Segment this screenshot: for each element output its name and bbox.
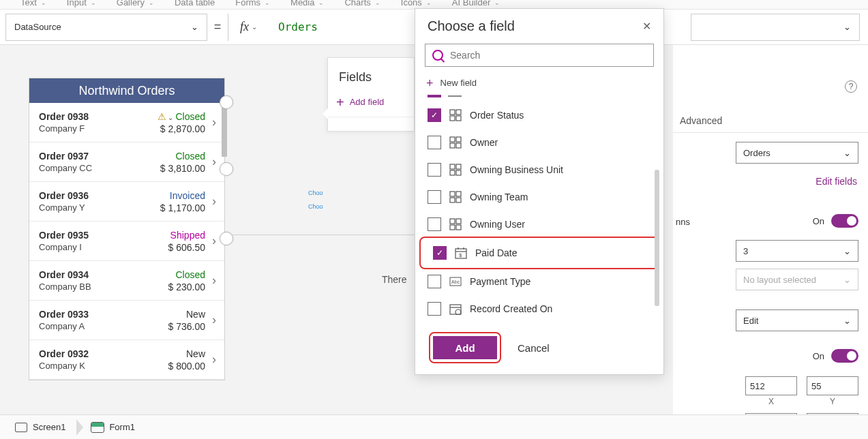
order-id: Order 0935 xyxy=(39,230,145,241)
order-row[interactable]: Order 0935 Company I Shipped $ 606.50 › xyxy=(29,222,224,261)
cancel-button[interactable]: Cancel xyxy=(518,342,550,354)
field-type-icon xyxy=(449,218,462,230)
field-item[interactable]: ✓ $ Paid Date xyxy=(421,239,658,267)
svg-rect-11 xyxy=(450,170,455,175)
new-field-button[interactable]: + New field xyxy=(415,74,663,93)
add-button[interactable]: Add xyxy=(433,336,497,359)
ribbon-text[interactable]: Text⌄ xyxy=(20,0,46,9)
columns-count-dropdown[interactable]: 3⌄ xyxy=(736,240,858,262)
property-selector[interactable]: DataSource ⌄ xyxy=(5,14,207,41)
field-checkbox[interactable]: ✓ xyxy=(433,246,447,260)
position-x-input[interactable]: 512 xyxy=(745,376,797,395)
order-row[interactable]: Order 0938 Company F ⚠⌄ Closed $ 2,870.0… xyxy=(29,103,224,142)
order-id: Order 0932 xyxy=(39,348,145,359)
canvas-placeholder-text: ChooChoo xyxy=(308,190,323,210)
breadcrumb-screen[interactable]: Screen1 xyxy=(10,415,76,440)
snap-columns-toggle[interactable] xyxy=(831,214,858,228)
new-field-label: New field xyxy=(440,78,477,88)
position-y-input[interactable]: 55 xyxy=(807,376,858,395)
add-field-button[interactable]: + Add field xyxy=(328,93,414,117)
order-amount: $ 3,810.00 xyxy=(145,163,205,174)
search-input[interactable] xyxy=(450,50,646,61)
order-row[interactable]: Order 0936 Company Y Invoiced $ 1,170.00… xyxy=(29,182,224,222)
gallery-scrollbar[interactable] xyxy=(222,102,227,157)
properties-panel: Advanced Orders ⌄ Edit fields nns On 3⌄ … xyxy=(673,45,868,414)
equals-sign: = xyxy=(207,20,228,34)
field-item[interactable]: Owning User xyxy=(415,211,663,238)
order-company: Company A xyxy=(39,321,145,331)
field-item[interactable]: ✓ Order Status xyxy=(415,102,663,129)
order-status: Closed xyxy=(145,151,205,162)
order-company: Company K xyxy=(39,361,145,371)
ribbon-data-table[interactable]: Data table xyxy=(175,0,215,9)
order-row[interactable]: Order 0932 Company K New $ 800.00 › xyxy=(29,340,224,380)
breadcrumb-form[interactable]: Form1 xyxy=(86,415,146,440)
ribbon-charts[interactable]: Charts⌄ xyxy=(344,0,380,9)
field-checkbox[interactable]: ✓ xyxy=(428,108,441,122)
property-selector-value: DataSource xyxy=(14,22,61,32)
ribbon-media[interactable]: Media⌄ xyxy=(290,0,324,9)
order-id: Order 0936 xyxy=(39,190,145,201)
tab-advanced[interactable]: Advanced xyxy=(680,115,722,126)
order-amount: $ 2,870.00 xyxy=(145,123,205,134)
field-item[interactable]: Record Created On xyxy=(415,295,663,322)
selection-handle[interactable] xyxy=(220,162,233,176)
chevron-down-icon: ⌄ xyxy=(168,114,173,121)
order-row[interactable]: Order 0934 Company BB Closed $ 230.00 › xyxy=(29,261,224,301)
format-dropdown[interactable]: ⌄ xyxy=(691,14,860,41)
order-row[interactable]: Order 0933 Company A New $ 736.00 › xyxy=(29,301,224,340)
orders-gallery[interactable]: Northwind Orders Order 0938 Company F ⚠⌄… xyxy=(29,78,225,380)
warning-icon: ⚠ xyxy=(158,111,166,122)
svg-rect-9 xyxy=(456,170,461,175)
fx-button[interactable]: fx ⌄ xyxy=(228,14,269,41)
close-button[interactable]: ✕ xyxy=(642,20,651,33)
chevron-right-icon: › xyxy=(209,194,219,209)
field-checkbox[interactable] xyxy=(428,217,441,231)
svg-rect-7 xyxy=(450,143,455,148)
highlighted-field: ✓ $ Paid Date xyxy=(419,237,659,269)
field-name: Payment Type xyxy=(470,276,530,287)
svg-text:$: $ xyxy=(459,252,462,258)
field-item[interactable]: Abc Payment Type xyxy=(415,268,663,295)
ribbon-input[interactable]: Input⌄ xyxy=(67,0,96,9)
datasource-dropdown[interactable]: Orders ⌄ xyxy=(736,142,858,164)
selection-edge xyxy=(232,234,415,235)
dialog-title: Choose a field xyxy=(428,18,515,34)
selection-handle[interactable] xyxy=(220,232,233,245)
chevron-right-icon: › xyxy=(209,313,219,327)
chevron-down-icon: ⌄ xyxy=(843,148,851,158)
field-name: Record Created On xyxy=(470,303,552,314)
search-input-wrapper[interactable] xyxy=(425,44,654,67)
field-item[interactable]: Owning Business Unit xyxy=(415,156,663,183)
add-field-label: Add field xyxy=(350,97,385,107)
order-company: Company I xyxy=(39,242,145,252)
svg-rect-3 xyxy=(450,116,455,121)
visible-toggle[interactable] xyxy=(831,349,858,363)
y-label: Y xyxy=(807,397,858,406)
view-mode-tabs[interactable] xyxy=(415,93,663,102)
ribbon-forms[interactable]: Forms⌄ xyxy=(235,0,270,9)
field-item[interactable]: Owning Team xyxy=(415,183,663,211)
field-checkbox[interactable] xyxy=(428,136,441,149)
default-mode-dropdown[interactable]: Edit⌄ xyxy=(736,309,858,331)
field-list-scrollbar[interactable] xyxy=(655,170,659,306)
field-type-icon xyxy=(449,164,462,176)
field-item[interactable]: Owner xyxy=(415,129,663,156)
field-name: Paid Date xyxy=(475,247,517,258)
field-checkbox[interactable] xyxy=(428,275,441,288)
edit-fields-link[interactable]: Edit fields xyxy=(815,176,857,187)
help-button[interactable]: ? xyxy=(845,80,857,93)
svg-rect-19 xyxy=(450,225,455,230)
order-company: Company BB xyxy=(39,282,145,292)
field-checkbox[interactable] xyxy=(428,190,441,204)
order-status: New xyxy=(145,348,205,359)
field-checkbox[interactable] xyxy=(428,302,441,316)
close-icon: ✕ xyxy=(642,20,651,32)
ribbon-gallery[interactable]: Gallery⌄ xyxy=(117,0,154,9)
field-name: Owner xyxy=(470,137,498,148)
field-checkbox[interactable] xyxy=(428,163,441,177)
field-list[interactable]: ✓ Order Status Owner Owning Business Uni… xyxy=(415,102,663,322)
columns-label-partial: nns xyxy=(676,217,690,227)
selection-handle[interactable] xyxy=(220,95,233,109)
order-row[interactable]: Order 0937 Company CC Closed $ 3,810.00 … xyxy=(29,142,224,182)
